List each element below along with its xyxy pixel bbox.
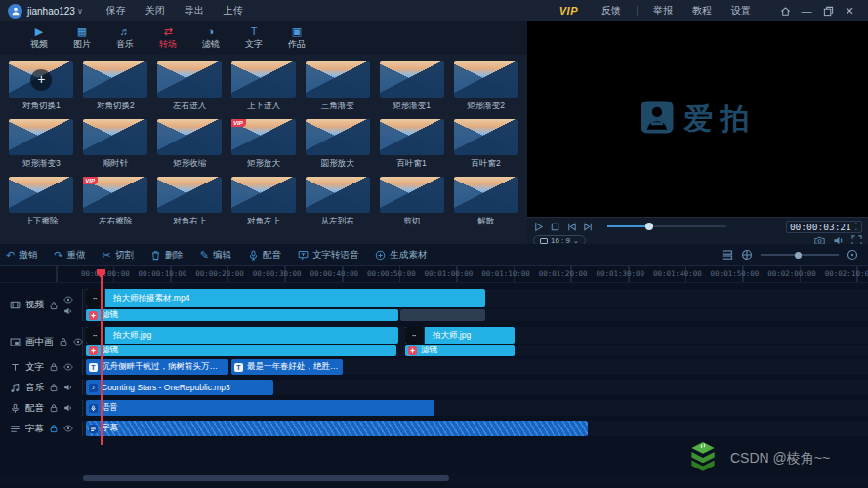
speaker-icon[interactable] bbox=[63, 306, 73, 316]
scissors-button[interactable]: ✂切割 bbox=[102, 249, 133, 262]
clip-filter[interactable]: 滤镜 bbox=[86, 345, 396, 356]
trash-button[interactable]: 删除 bbox=[150, 249, 184, 262]
menu-item-2[interactable]: 导出 bbox=[185, 4, 204, 18]
tab-音乐[interactable]: ♬音乐 bbox=[103, 25, 146, 51]
minimize-icon[interactable]: — bbox=[796, 3, 817, 19]
prev-frame-button[interactable] bbox=[566, 222, 577, 232]
transition-item[interactable]: 解散 bbox=[453, 177, 518, 227]
scrollbar-thumb[interactable] bbox=[83, 475, 449, 481]
transition-item[interactable]: 矩形渐变3 bbox=[9, 119, 74, 170]
clip-text[interactable]: T沉舟侧畔千帆过，病树前头万木春 bbox=[86, 359, 228, 375]
tab-滤镜[interactable]: ◑滤镜 bbox=[189, 25, 232, 51]
username[interactable]: jianhao123 bbox=[27, 6, 75, 17]
transition-item[interactable]: 三角渐变 bbox=[305, 61, 370, 112]
toolbar-label: 重做 bbox=[66, 249, 85, 262]
tts-button[interactable]: 文字转语音 bbox=[298, 249, 359, 262]
clip-media[interactable]: ▪▪拍大师.jpg bbox=[86, 327, 398, 344]
transition-item[interactable]: 上下进入 bbox=[231, 61, 297, 112]
track-header: 文字 bbox=[0, 359, 83, 375]
stop-button[interactable] bbox=[550, 222, 560, 232]
transition-item[interactable]: 对角右上 bbox=[157, 177, 223, 227]
clip-music[interactable]: ♪Counting Stars - OneRepublic.mp3 bbox=[86, 380, 273, 395]
tab-文字[interactable]: T文字 bbox=[232, 25, 275, 51]
lock-icon[interactable] bbox=[59, 337, 68, 346]
menu-item-1[interactable]: 关闭 bbox=[145, 4, 165, 18]
transition-item[interactable]: 剪切 bbox=[379, 177, 444, 227]
transition-item[interactable]: 矩形收缩 bbox=[157, 119, 223, 170]
tab-label: 视频 bbox=[30, 38, 48, 51]
edit-button[interactable]: ✎编辑 bbox=[200, 249, 231, 262]
tab-转场[interactable]: ⇄转场 bbox=[146, 25, 189, 51]
clip-media[interactable]: ▪▪拍大师拍摄素材.mp4 bbox=[86, 289, 485, 307]
titlebar-link-3[interactable]: 设置 bbox=[731, 4, 751, 18]
close-icon[interactable]: ✕ bbox=[839, 3, 860, 19]
ruler-tick: 00:00:20:00 bbox=[195, 269, 244, 278]
restore-icon[interactable] bbox=[817, 3, 839, 19]
track-layout-icon[interactable] bbox=[722, 249, 733, 261]
titlebar-link-2[interactable]: 教程 bbox=[692, 4, 712, 18]
speaker-icon[interactable] bbox=[63, 403, 73, 413]
lock-icon[interactable] bbox=[49, 383, 59, 392]
clip-subtitle[interactable]: 字幕 bbox=[86, 421, 588, 436]
eye-icon[interactable] bbox=[63, 424, 73, 433]
home-icon[interactable] bbox=[774, 3, 796, 19]
snap-grid-icon[interactable] bbox=[741, 249, 753, 261]
transition-item[interactable]: 矩形渐变2 bbox=[453, 61, 518, 112]
locate-playhead-icon[interactable] bbox=[847, 249, 858, 261]
tab-icon-1: ▦ bbox=[77, 25, 87, 37]
zoom-knob[interactable] bbox=[795, 252, 802, 259]
transition-item[interactable]: 对角左上 bbox=[231, 177, 297, 227]
transition-item[interactable]: +对角切换1 bbox=[9, 61, 74, 112]
clip-filter[interactable]: 滤镜 bbox=[86, 309, 398, 321]
eye-icon[interactable] bbox=[63, 362, 73, 372]
transition-item[interactable]: 左右进入 bbox=[157, 61, 223, 112]
eye-icon[interactable] bbox=[63, 295, 73, 305]
eye-icon[interactable] bbox=[73, 337, 83, 346]
transition-item[interactable]: 圆形放大 bbox=[305, 119, 370, 170]
seek-knob[interactable] bbox=[645, 223, 653, 230]
transition-item[interactable]: 上下擦除 bbox=[9, 177, 74, 227]
tab-视频[interactable]: ▶视频 bbox=[18, 25, 61, 51]
transition-item[interactable]: 百叶窗1 bbox=[379, 119, 444, 170]
menu-item-3[interactable]: 上传 bbox=[224, 4, 243, 18]
lock-icon[interactable] bbox=[49, 403, 59, 413]
playhead-line[interactable] bbox=[101, 277, 103, 445]
transition-item[interactable]: 从左到右 bbox=[305, 177, 370, 227]
stepper-down-icon[interactable]: ⌄ bbox=[854, 226, 858, 230]
play-button[interactable] bbox=[533, 222, 544, 232]
titlebar-link-1[interactable]: 举报 bbox=[653, 4, 673, 18]
tab-图片[interactable]: ▦图片 bbox=[61, 25, 103, 51]
next-frame-button[interactable] bbox=[583, 222, 594, 232]
timeline-ruler[interactable]: 00:00:00:0000:00:10:0000:00:20:0000:00:3… bbox=[0, 266, 868, 283]
seek-slider[interactable] bbox=[607, 225, 726, 227]
undo-button[interactable]: ↶撤销 bbox=[6, 249, 37, 262]
lock-icon[interactable] bbox=[49, 362, 59, 372]
titlebar-link-0[interactable]: 反馈 bbox=[601, 4, 621, 18]
timecode-steppers[interactable]: ⌃ ⌄ bbox=[854, 223, 858, 230]
transition-item[interactable]: VIP矩形放大 bbox=[231, 119, 297, 170]
clip-text[interactable]: T最是一年春好处，绝胜烟柳满… bbox=[231, 359, 343, 375]
mic-button[interactable]: 配音 bbox=[248, 249, 281, 262]
vip-badge[interactable]: VIP bbox=[559, 5, 578, 17]
transition-item[interactable]: 百叶窗2 bbox=[453, 119, 518, 170]
menu-item-0[interactable]: 保存 bbox=[106, 4, 126, 18]
chevron-down-icon[interactable]: ∨ bbox=[77, 7, 83, 16]
transition-item[interactable]: VIP左右擦除 bbox=[83, 177, 148, 227]
lock-icon[interactable] bbox=[49, 424, 59, 433]
clip-media[interactable]: ▪▪拍大师.jpg bbox=[405, 327, 515, 344]
speaker-icon[interactable] bbox=[63, 383, 73, 392]
redo-button[interactable]: ↷重做 bbox=[54, 249, 85, 262]
add-overlay-icon[interactable]: + bbox=[30, 69, 52, 91]
clip-filter[interactable]: 滤镜 bbox=[405, 345, 515, 356]
user-avatar[interactable] bbox=[8, 4, 22, 19]
generate-button[interactable]: 生成素材 bbox=[375, 249, 427, 262]
transition-item[interactable]: 矩形渐变1 bbox=[379, 61, 444, 112]
clip-voice[interactable]: 语音 bbox=[86, 400, 434, 416]
timeline-zoom-slider[interactable] bbox=[761, 254, 839, 256]
lock-icon[interactable] bbox=[49, 301, 59, 310]
transition-thumbnail bbox=[380, 177, 444, 213]
tab-作品[interactable]: ▣作品 bbox=[275, 25, 318, 51]
transition-item[interactable]: 对角切换2 bbox=[83, 61, 148, 112]
clip-plain[interactable] bbox=[400, 309, 485, 321]
transition-item[interactable]: 顺时针 bbox=[83, 119, 148, 170]
